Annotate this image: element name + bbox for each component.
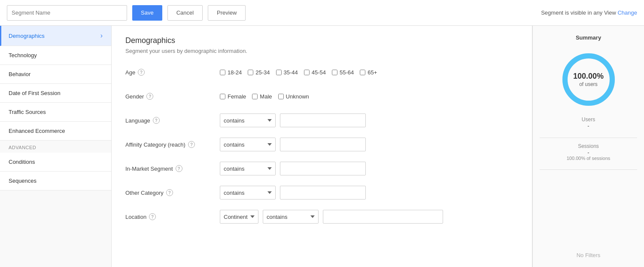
sidebar-item-label: Sequences — [9, 178, 36, 184]
donut-center: 100.00% of users — [573, 72, 604, 87]
change-link[interactable]: Change — [617, 9, 637, 16]
cancel-button[interactable]: Cancel — [167, 5, 203, 21]
gender-checkboxes: Female Male Unknown — [220, 93, 309, 100]
language-filter-dropdown[interactable]: contains does not contain starts with en… — [220, 114, 276, 127]
gender-unknown-checkbox[interactable] — [278, 94, 284, 99]
users-value: - — [582, 123, 595, 129]
content-area: Demographics Segment your users by demog… — [112, 26, 532, 267]
age-35-44-label[interactable]: 35-44 — [276, 69, 298, 76]
affinity-help-icon[interactable]: ? — [188, 141, 195, 148]
age-45-54-checkbox[interactable] — [304, 70, 310, 75]
sidebar-item-enhanced-ecommerce[interactable]: Enhanced Ecommerce — [0, 122, 111, 141]
users-label: Users — [582, 117, 595, 123]
sidebar-item-label: Conditions — [9, 159, 35, 165]
sessions-sub: 100.00% of sessions — [567, 156, 611, 161]
summary-divider-2 — [540, 169, 637, 170]
sessions-stat: Sessions - 100.00% of sessions — [567, 143, 611, 161]
sessions-label: Sessions — [567, 143, 611, 149]
other-category-controls: contains does not contain starts with en… — [220, 186, 366, 199]
other-category-text-input[interactable] — [280, 186, 366, 199]
language-row: Language ? contains does not contain sta… — [125, 113, 518, 128]
sessions-value: - — [567, 149, 611, 156]
age-18-24-checkbox[interactable] — [220, 70, 225, 75]
location-help-icon[interactable]: ? — [149, 213, 156, 220]
gender-male-label[interactable]: Male — [252, 93, 272, 100]
summary-title: Summary — [576, 34, 601, 41]
in-market-segment-label: In-Market Segment ? — [125, 165, 220, 172]
sidebar-item-label: Date of First Session — [9, 90, 61, 96]
gender-row: Gender ? Female Male Unknown — [125, 89, 518, 104]
donut-of-users-label: of users — [573, 81, 604, 87]
age-label: Age ? — [125, 69, 220, 76]
sidebar-item-demographics[interactable]: Demographics › — [0, 26, 111, 46]
chevron-right-icon: › — [100, 32, 103, 40]
users-stat: Users - — [582, 117, 595, 129]
other-category-label: Other Category ? — [125, 189, 220, 196]
age-help-icon[interactable]: ? — [138, 69, 145, 76]
gender-male-checkbox[interactable] — [252, 94, 258, 99]
language-controls: contains does not contain starts with en… — [220, 114, 366, 127]
content-title: Demographics — [125, 36, 518, 45]
advanced-section-label: Advanced — [0, 141, 111, 153]
language-text-input[interactable] — [280, 114, 366, 127]
in-market-segment-row: In-Market Segment ? contains does not co… — [125, 161, 518, 176]
other-category-help-icon[interactable]: ? — [166, 189, 173, 196]
sidebar-item-technology[interactable]: Technology — [0, 46, 111, 65]
location-filter-dropdown[interactable]: contains does not contain starts with en… — [263, 210, 319, 224]
gender-unknown-label[interactable]: Unknown — [278, 93, 309, 100]
age-row: Age ? 18-24 25-34 35-44 45-54 55-64 — [125, 64, 518, 80]
location-row: Location ? Continent Country Region City… — [125, 209, 518, 224]
age-45-54-label[interactable]: 45-54 — [304, 69, 326, 76]
main-layout: Demographics › Technology Behavior Date … — [0, 26, 644, 267]
content-subtitle: Segment your users by demographic inform… — [125, 48, 518, 54]
donut-chart: 100.00% of users — [559, 49, 619, 110]
no-filters-label: No Filters — [577, 252, 601, 258]
summary-panel: Summary 100.00% of users Users - Session… — [532, 26, 644, 267]
sidebar-item-sequences[interactable]: Sequences — [0, 172, 111, 190]
age-55-64-label[interactable]: 55-64 — [332, 69, 354, 76]
language-label: Language ? — [125, 117, 220, 124]
location-type-dropdown[interactable]: Continent Country Region City — [220, 210, 258, 224]
age-35-44-checkbox[interactable] — [276, 70, 282, 75]
save-button[interactable]: Save — [132, 5, 162, 21]
age-55-64-checkbox[interactable] — [332, 70, 337, 75]
segment-name-input[interactable] — [7, 5, 127, 21]
other-category-row: Other Category ? contains does not conta… — [125, 185, 518, 200]
gender-female-checkbox[interactable] — [220, 94, 225, 99]
sidebar-item-label: Demographics — [9, 33, 45, 39]
age-65-plus-label[interactable]: 65+ — [360, 69, 377, 76]
in-market-help-icon[interactable]: ? — [176, 165, 182, 172]
location-controls: Continent Country Region City contains d… — [220, 210, 443, 224]
in-market-controls: contains does not contain starts with en… — [220, 162, 366, 175]
gender-help-icon[interactable]: ? — [146, 93, 153, 100]
age-65-plus-checkbox[interactable] — [360, 70, 365, 75]
age-25-34-label[interactable]: 25-34 — [248, 69, 270, 76]
sidebar-item-date-of-first-session[interactable]: Date of First Session — [0, 84, 111, 103]
sidebar-item-label: Behavior — [9, 71, 30, 77]
sidebar-item-conditions[interactable]: Conditions — [0, 153, 111, 172]
location-label: Location ? — [125, 213, 220, 220]
location-text-input[interactable] — [323, 210, 443, 224]
gender-female-label[interactable]: Female — [220, 93, 246, 100]
age-25-34-checkbox[interactable] — [248, 70, 253, 75]
donut-percent: 100.00% — [573, 72, 604, 81]
summary-divider — [540, 138, 637, 138]
other-category-filter-dropdown[interactable]: contains does not contain starts with en… — [220, 186, 276, 199]
in-market-text-input[interactable] — [280, 162, 366, 175]
affinity-filter-dropdown[interactable]: contains does not contain starts with en… — [220, 138, 276, 151]
affinity-category-row: Affinity Category (reach) ? contains doe… — [125, 137, 518, 152]
sidebar: Demographics › Technology Behavior Date … — [0, 26, 112, 267]
gender-label: Gender ? — [125, 93, 220, 100]
visibility-text: Segment is visible in any View Change — [541, 9, 637, 16]
affinity-text-input[interactable] — [280, 138, 366, 151]
sidebar-item-label: Traffic Sources — [9, 109, 46, 115]
sidebar-item-traffic-sources[interactable]: Traffic Sources — [0, 103, 111, 122]
affinity-category-label: Affinity Category (reach) ? — [125, 141, 220, 148]
in-market-filter-dropdown[interactable]: contains does not contain starts with en… — [220, 162, 276, 175]
affinity-category-controls: contains does not contain starts with en… — [220, 138, 366, 151]
age-18-24-label[interactable]: 18-24 — [220, 69, 242, 76]
preview-button[interactable]: Preview — [208, 5, 246, 21]
sidebar-item-behavior[interactable]: Behavior — [0, 65, 111, 84]
language-help-icon[interactable]: ? — [153, 117, 160, 124]
top-bar: Save Cancel Preview Segment is visible i… — [0, 0, 644, 26]
